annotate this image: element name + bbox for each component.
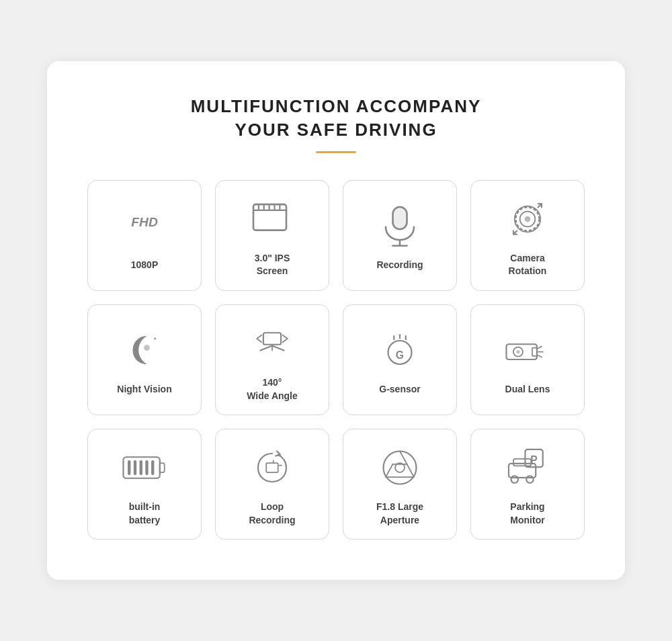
svg-rect-37 bbox=[266, 463, 278, 472]
feature-dual-lens: Dual Lens bbox=[470, 304, 585, 415]
feature-label-parking: Parking Monitor bbox=[510, 501, 544, 527]
svg-text:FHD: FHD bbox=[131, 214, 158, 228]
feature-g-sensor: G G-sensor bbox=[343, 304, 457, 415]
feature-label-fhd-1080p: 1080P bbox=[131, 259, 158, 272]
svg-point-13 bbox=[525, 216, 531, 222]
feature-label-loop-recording: Loop Recording bbox=[249, 501, 295, 527]
features-grid: FHD 1080P 3.0" IPS Screen Recording Came… bbox=[87, 180, 585, 540]
svg-point-40 bbox=[384, 452, 417, 484]
feature-label-g-sensor: G-sensor bbox=[379, 383, 420, 396]
loop-icon bbox=[249, 444, 296, 491]
feature-wide-angle: 140° Wide Angle bbox=[215, 304, 329, 415]
parking-icon: P bbox=[504, 444, 551, 491]
header: MULTIFUNCTION ACCOMPANY YOUR SAFE DRIVIN… bbox=[87, 95, 585, 153]
title-divider bbox=[316, 151, 356, 153]
svg-point-15 bbox=[144, 345, 150, 351]
feature-label-night-vision: Night Vision bbox=[117, 383, 171, 396]
feature-label-dual-lens: Dual Lens bbox=[505, 383, 550, 396]
svg-rect-45 bbox=[513, 459, 531, 466]
aperture-icon bbox=[376, 444, 423, 491]
svg-point-25 bbox=[516, 350, 519, 353]
feature-parking: P Parking Monitor bbox=[470, 429, 585, 540]
feature-label-ips-screen: 3.0" IPS Screen bbox=[255, 252, 290, 278]
gsensor-icon: G bbox=[376, 327, 423, 374]
feature-label-camera-rotation: Camera Rotation bbox=[509, 252, 547, 278]
mic-icon bbox=[376, 202, 423, 249]
svg-rect-16 bbox=[263, 333, 281, 345]
fhd-icon: FHD bbox=[121, 202, 168, 249]
svg-text:G: G bbox=[396, 349, 404, 361]
feature-ips-screen: 3.0" IPS Screen bbox=[215, 180, 329, 291]
screen-icon bbox=[249, 196, 296, 243]
title: MULTIFUNCTION ACCOMPANY YOUR SAFE DRIVIN… bbox=[87, 95, 585, 142]
feature-label-aperture: F1.8 Large Aperture bbox=[376, 501, 423, 527]
feature-fhd-1080p: FHD 1080P bbox=[87, 180, 202, 291]
night-icon bbox=[121, 327, 168, 374]
feature-camera-rotation: Camera Rotation bbox=[470, 180, 585, 291]
feature-aperture: F1.8 Large Aperture bbox=[343, 429, 457, 540]
feature-battery: built-in battery bbox=[87, 429, 202, 540]
feature-recording: Recording bbox=[343, 180, 457, 291]
main-card: MULTIFUNCTION ACCOMPANY YOUR SAFE DRIVIN… bbox=[47, 61, 625, 581]
feature-night-vision: Night Vision bbox=[87, 304, 202, 415]
battery-icon bbox=[121, 444, 168, 491]
duallens-icon bbox=[504, 327, 551, 374]
feature-label-wide-angle: 140° Wide Angle bbox=[247, 376, 298, 402]
wide-icon bbox=[249, 320, 296, 367]
rotation-icon bbox=[504, 196, 551, 243]
feature-loop-recording: Loop Recording bbox=[215, 429, 329, 540]
feature-label-battery: built-in battery bbox=[129, 501, 161, 527]
svg-rect-8 bbox=[393, 207, 407, 229]
feature-label-recording: Recording bbox=[376, 259, 423, 272]
